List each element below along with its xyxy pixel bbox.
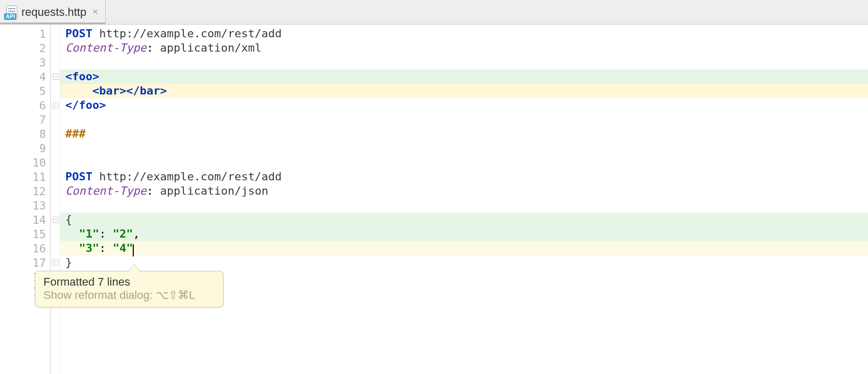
fold-toggle-icon[interactable] <box>53 260 59 266</box>
xml-tag: foo <box>79 99 100 111</box>
fold-row <box>51 41 60 55</box>
fold-toggle-icon[interactable] <box>53 217 59 223</box>
code-line[interactable] <box>60 198 868 213</box>
fold-row <box>51 155 60 170</box>
editor: 12345678910111213141516171819 POST http:… <box>0 25 868 374</box>
fold-row <box>51 55 60 69</box>
code-line[interactable] <box>60 112 868 127</box>
code-line[interactable]: <bar></bar> <box>60 84 868 98</box>
fold-row <box>51 69 60 84</box>
gutter-row[interactable]: 7 <box>0 112 50 127</box>
code-line[interactable] <box>60 55 868 69</box>
code-line[interactable]: "3": "4" <box>60 241 868 255</box>
code-line[interactable]: Content-Type: application/xml <box>60 41 868 55</box>
tooltip-arrow-icon <box>128 264 140 271</box>
gutter-row[interactable]: 9 <box>0 141 50 155</box>
header-value: application/xml <box>160 41 261 54</box>
tab-requests-http[interactable]: API requests.http × <box>0 0 106 24</box>
header-name: Content-Type <box>65 184 147 197</box>
line-number: 7 <box>32 113 46 126</box>
line-number: 17 <box>32 256 46 269</box>
line-number: 8 <box>32 128 46 141</box>
gutter-row[interactable]: 1 <box>0 27 50 41</box>
fold-row <box>51 84 60 98</box>
gutter-row[interactable]: 13 <box>0 198 50 213</box>
request-url: http://example.com/rest/add <box>99 170 282 183</box>
json-key: "3" <box>79 242 100 254</box>
code-line[interactable]: Content-Type: application/json <box>60 184 868 198</box>
close-icon[interactable]: × <box>92 7 98 17</box>
fold-row <box>51 227 60 241</box>
gutter-row[interactable]: 4 <box>0 69 50 84</box>
json-key: "1" <box>79 227 100 240</box>
line-number: 9 <box>32 142 46 155</box>
fold-row <box>51 255 60 270</box>
fold-row <box>51 141 60 155</box>
gutter-row[interactable]: 8 <box>0 127 50 141</box>
code-line[interactable]: </foo> <box>60 98 868 112</box>
json-value: "2" <box>113 227 133 240</box>
xml-tag: bar <box>140 84 160 97</box>
request-separator: ### <box>65 127 86 140</box>
tab-label: requests.http <box>21 6 86 19</box>
fold-row <box>51 112 60 127</box>
fold-row <box>51 241 60 255</box>
code-area[interactable]: POST http://example.com/rest/add Content… <box>60 25 868 374</box>
code-line[interactable]: "1": "2", <box>60 227 868 241</box>
line-number: 1 <box>32 28 46 40</box>
gutter-row[interactable]: 3 <box>0 55 50 69</box>
line-number: 10 <box>32 156 46 169</box>
code-line[interactable]: { <box>60 213 868 227</box>
http-file-icon: API <box>5 6 18 19</box>
line-number: 6 <box>32 99 46 112</box>
gutter-row[interactable]: 16 <box>0 241 50 255</box>
gutter-row[interactable]: 15 <box>0 227 50 241</box>
gutter-row[interactable]: 5 <box>0 84 50 98</box>
json-value: "4" <box>113 242 133 254</box>
fold-column <box>51 25 60 374</box>
fold-row <box>51 127 60 141</box>
tooltip-subtitle: Show reformat dialog: ⌥⇧⌘L <box>43 289 215 302</box>
code-line[interactable]: POST http://example.com/rest/add <box>60 27 868 41</box>
line-number: 2 <box>32 42 46 55</box>
gutter-row[interactable]: 10 <box>0 155 50 170</box>
line-number: 15 <box>32 228 46 241</box>
line-number: 13 <box>32 199 46 212</box>
gutter-row[interactable]: 6 <box>0 98 50 112</box>
fold-toggle-icon[interactable] <box>53 74 59 80</box>
code-line[interactable] <box>60 141 868 155</box>
notification-tooltip: Formatted 7 lines Show reformat dialog: … <box>35 271 224 308</box>
request-url: http://example.com/rest/add <box>99 27 282 40</box>
fold-row <box>51 170 60 184</box>
gutter-row[interactable]: 12 <box>0 184 50 198</box>
line-number: 5 <box>32 85 46 98</box>
tab-bar: API requests.http × <box>0 0 868 25</box>
code-line[interactable] <box>60 155 868 170</box>
text-caret <box>133 244 134 256</box>
code-line[interactable]: POST http://example.com/rest/add <box>60 170 868 184</box>
fold-row <box>51 213 60 227</box>
http-method: POST <box>65 170 92 183</box>
xml-tag: foo <box>72 70 92 83</box>
fold-row <box>51 198 60 213</box>
gutter: 12345678910111213141516171819 <box>0 25 51 374</box>
header-value: application/json <box>160 184 268 197</box>
code-line[interactable]: } <box>60 255 868 270</box>
fold-row <box>51 184 60 198</box>
line-number: 16 <box>32 242 46 255</box>
code-line[interactable]: ### <box>60 127 868 141</box>
file-icon-badge: API <box>4 13 16 20</box>
fold-toggle-icon[interactable] <box>53 102 59 108</box>
xml-tag: bar <box>99 84 119 97</box>
line-number: 11 <box>32 171 46 183</box>
json-brace: { <box>65 213 72 226</box>
json-brace: } <box>65 256 72 269</box>
fold-row <box>51 27 60 41</box>
code-line[interactable]: <foo> <box>60 69 868 84</box>
line-number: 12 <box>32 185 46 198</box>
gutter-row[interactable]: 11 <box>0 170 50 184</box>
gutter-row[interactable]: 2 <box>0 41 50 55</box>
gutter-row[interactable]: 14 <box>0 213 50 227</box>
line-number: 14 <box>32 214 46 226</box>
gutter-row[interactable]: 17 <box>0 255 50 270</box>
